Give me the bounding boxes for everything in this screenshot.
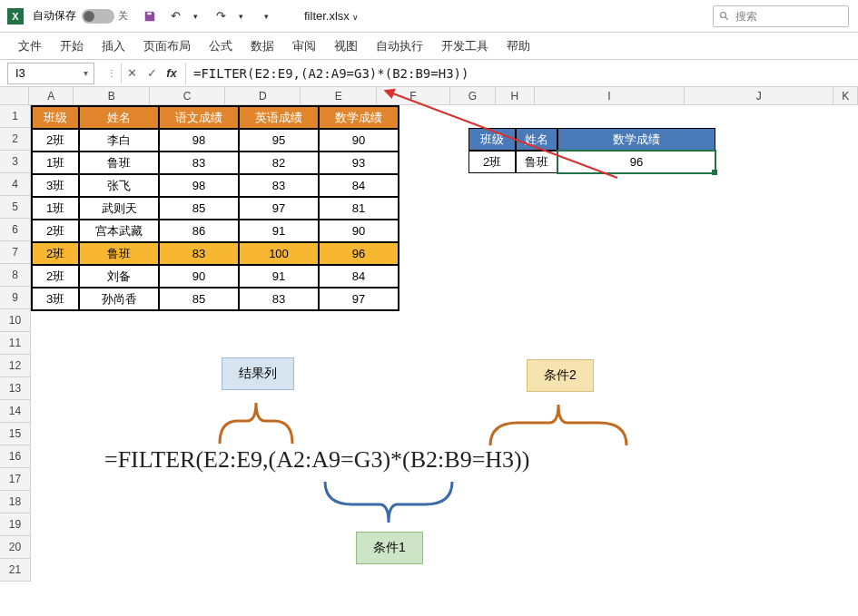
ribbon-tab-9[interactable]: 开发工具 — [432, 33, 498, 59]
table-cell[interactable]: 95 — [239, 129, 319, 152]
row-header[interactable]: 18 — [0, 491, 31, 513]
row-header[interactable]: 9 — [0, 287, 31, 309]
column-header[interactable]: D — [225, 87, 301, 105]
table-cell[interactable]: 84 — [319, 174, 399, 197]
spreadsheet-grid[interactable]: ABCDEFGHIJK 1234567891011121314151617181… — [0, 87, 858, 105]
row-header[interactable]: 10 — [0, 309, 31, 332]
table-cell[interactable]: 1班 — [32, 152, 79, 174]
table-cell[interactable]: 83 — [159, 242, 239, 265]
table-cell[interactable]: 83 — [239, 288, 319, 310]
ribbon-tab-1[interactable]: 开始 — [51, 33, 93, 59]
ribbon-tab-5[interactable]: 数据 — [242, 33, 283, 59]
ribbon-tab-8[interactable]: 自动执行 — [367, 33, 432, 59]
table-cell[interactable]: 90 — [159, 265, 239, 288]
row-header[interactable]: 11 — [0, 332, 31, 355]
table-cell[interactable]: 武则天 — [79, 197, 159, 220]
row-header[interactable]: 16 — [0, 445, 31, 468]
lookup-cell[interactable]: 2班 — [468, 151, 516, 173]
table-cell[interactable]: 85 — [159, 288, 239, 310]
table-cell[interactable]: 90 — [319, 129, 399, 152]
row-header[interactable]: 21 — [0, 559, 31, 582]
enter-formula-button[interactable]: ✓ — [142, 64, 162, 83]
row-header[interactable]: 17 — [0, 468, 31, 491]
row-header[interactable]: 8 — [0, 264, 31, 287]
formula-input[interactable]: =FILTER(E2:E9,(A2:A9=G3)*(B2:B9=H3)) — [185, 63, 858, 84]
table-header-cell[interactable]: 语文成绩 — [159, 106, 239, 129]
table-header-cell[interactable]: 姓名 — [79, 106, 159, 129]
column-header[interactable]: H — [496, 87, 536, 105]
table-cell[interactable]: 97 — [239, 197, 319, 220]
table-cell[interactable]: 98 — [159, 129, 239, 152]
table-cell[interactable]: 84 — [319, 265, 399, 288]
table-cell[interactable]: 83 — [239, 174, 319, 197]
file-name[interactable]: filter.xlsx ∨ — [304, 9, 359, 23]
search-input[interactable]: 搜索 — [713, 5, 849, 27]
table-cell[interactable]: 2班 — [32, 265, 79, 288]
table-cell[interactable]: 2班 — [32, 129, 79, 152]
row-header[interactable]: 4 — [0, 173, 31, 196]
row-header[interactable]: 7 — [0, 241, 31, 264]
redo-dropdown[interactable]: ▾ — [230, 5, 251, 27]
table-header-cell[interactable]: 英语成绩 — [239, 106, 319, 129]
table-cell[interactable]: 2班 — [32, 242, 79, 265]
fx-button[interactable]: fx — [162, 64, 182, 83]
column-header[interactable]: I — [535, 87, 685, 105]
row-header[interactable]: 19 — [0, 513, 31, 536]
active-cell[interactable]: 96 — [557, 151, 715, 173]
redo-button[interactable]: ↷ — [210, 5, 232, 27]
table-cell[interactable]: 81 — [319, 197, 399, 220]
row-header[interactable]: 15 — [0, 423, 31, 445]
qat-customize[interactable]: ▾ — [255, 5, 277, 27]
table-cell[interactable]: 82 — [239, 152, 319, 174]
column-header[interactable]: E — [301, 87, 376, 105]
table-header-cell[interactable]: 班级 — [32, 106, 79, 129]
column-header[interactable]: F — [377, 87, 450, 105]
column-header[interactable]: C — [150, 87, 225, 105]
ribbon-tab-2[interactable]: 插入 — [93, 33, 134, 59]
table-cell[interactable]: 张飞 — [79, 174, 159, 197]
save-button[interactable] — [139, 5, 161, 27]
ribbon-tab-10[interactable]: 帮助 — [498, 33, 539, 59]
table-cell[interactable]: 鲁班 — [79, 242, 159, 265]
row-header[interactable]: 2 — [0, 128, 31, 151]
row-header[interactable]: 12 — [0, 355, 31, 377]
ribbon-tab-3[interactable]: 页面布局 — [134, 33, 200, 59]
table-cell[interactable]: 91 — [239, 265, 319, 288]
table-cell[interactable]: 98 — [159, 174, 239, 197]
table-cell[interactable]: 91 — [239, 220, 319, 242]
name-box[interactable]: I3▾ — [7, 63, 94, 84]
table-cell[interactable]: 鲁班 — [79, 152, 159, 174]
row-header[interactable]: 3 — [0, 151, 31, 173]
table-cell[interactable]: 3班 — [32, 174, 79, 197]
table-cell[interactable]: 97 — [319, 288, 399, 310]
column-header[interactable]: K — [833, 87, 858, 105]
formula-dropdown[interactable]: ⋮ — [102, 64, 122, 83]
table-cell[interactable]: 85 — [159, 197, 239, 220]
table-cell[interactable]: 孙尚香 — [79, 288, 159, 310]
table-cell[interactable]: 93 — [319, 152, 399, 174]
undo-dropdown[interactable]: ▾ — [184, 5, 206, 27]
row-header[interactable]: 13 — [0, 377, 31, 400]
column-header[interactable]: G — [450, 87, 495, 105]
row-header[interactable]: 1 — [0, 105, 31, 128]
table-cell[interactable]: 90 — [319, 220, 399, 242]
lookup-header-cell[interactable]: 数学成绩 — [557, 128, 715, 151]
table-cell[interactable]: 李白 — [79, 129, 159, 152]
table-cell[interactable]: 1班 — [32, 197, 79, 220]
lookup-cell[interactable]: 鲁班 — [516, 151, 557, 173]
table-cell[interactable]: 宫本武藏 — [79, 220, 159, 242]
lookup-header-cell[interactable]: 姓名 — [516, 128, 557, 151]
column-header[interactable]: J — [685, 87, 834, 105]
undo-button[interactable]: ↶ — [164, 5, 186, 27]
table-cell[interactable]: 96 — [319, 242, 399, 265]
ribbon-tab-0[interactable]: 文件 — [9, 33, 51, 59]
row-header[interactable]: 5 — [0, 196, 31, 219]
table-cell[interactable]: 100 — [239, 242, 319, 265]
column-header[interactable]: A — [29, 87, 74, 105]
ribbon-tab-7[interactable]: 视图 — [325, 33, 367, 59]
column-header[interactable]: B — [74, 87, 149, 105]
row-header[interactable]: 14 — [0, 400, 31, 423]
table-cell[interactable]: 83 — [159, 152, 239, 174]
autosave-toggle[interactable] — [82, 9, 114, 24]
table-cell[interactable]: 86 — [159, 220, 239, 242]
